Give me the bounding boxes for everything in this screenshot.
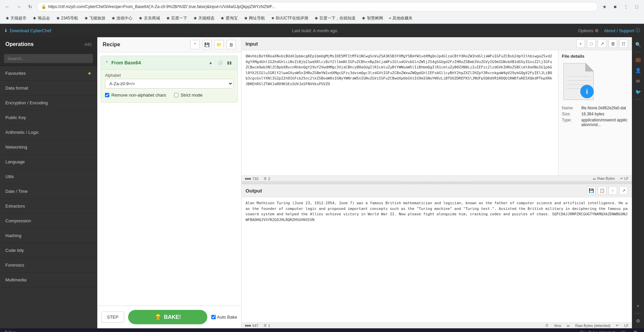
- input-add-btn[interactable]: +: [576, 39, 585, 48]
- utils-label: Utils: [5, 174, 14, 179]
- bookmark-buuctf[interactable]: ★ BUUCTF在线评测: [268, 14, 311, 22]
- sidebar-item-utils[interactable]: Utils: [0, 169, 97, 184]
- output-encoding-label: Raw Bytes (detected): [575, 324, 610, 328]
- bookmark-more[interactable]: » 其他收藏夹: [386, 14, 415, 22]
- recipe-save-btn[interactable]: 💾: [202, 40, 212, 49]
- status-settings-btn[interactable]: ⚙: [631, 328, 640, 332]
- chef-icon: 👷: [155, 314, 161, 320]
- reload-button[interactable]: ↻: [25, 2, 35, 11]
- output-chars-icon: ■■■: [245, 324, 251, 327]
- forward-button[interactable]: →: [14, 2, 23, 11]
- output-expand-btn[interactable]: ↗: [619, 186, 628, 195]
- bake-button[interactable]: 👷 BAKE!: [128, 310, 207, 324]
- right-sidebar-settings-btn[interactable]: ⚙: [633, 316, 643, 326]
- sidebar-item-compression[interactable]: Compression: [0, 214, 97, 228]
- input-delete-btn[interactable]: 🗑: [608, 39, 617, 48]
- main-layout: Operations 440 Favourites ★ Data format …: [0, 37, 644, 328]
- menu-button[interactable]: ⋮: [621, 2, 631, 11]
- recipe-collapse-btn[interactable]: ⌃: [190, 40, 200, 49]
- bookmark-vip[interactable]: ★ 唯品会: [30, 14, 52, 22]
- public-key-label: Public Key: [5, 115, 26, 120]
- right-sidebar-plus-btn[interactable]: +: [633, 301, 643, 311]
- recipe-header: Recipe ⌃ 💾 📁 🗑: [97, 37, 241, 52]
- right-sidebar-search-btn[interactable]: 🔍: [633, 40, 643, 49]
- output-save-btn[interactable]: 💾: [587, 186, 596, 195]
- sidebar-item-networking[interactable]: Networking: [0, 140, 97, 155]
- output-lf-label: LF: [624, 324, 629, 328]
- output-copy-btn[interactable]: 📋: [598, 186, 606, 195]
- remove-nonalpha-label[interactable]: Remove non-alphabet chars: [105, 93, 166, 98]
- strict-mode-checkbox[interactable]: [174, 93, 178, 97]
- bookmark-wzdh[interactable]: ★ 网址导航: [241, 14, 268, 22]
- recipe-open-btn[interactable]: 📁: [214, 40, 224, 49]
- io-container: Input + □ ↗ 🗑 ☷ QWxhbiBoYXRoaXNvbiBUdXJp…: [241, 37, 632, 328]
- input-panel: Input + □ ↗ 🗑 ☷ QWxhbiBoYXRoaXNvbiBUdXJp…: [241, 37, 632, 181]
- step-up-btn[interactable]: ▲: [207, 59, 215, 67]
- browser-actions: ★ ■ ⋮ □: [600, 2, 641, 11]
- chars-icon: ■■■: [245, 177, 251, 180]
- bookmark-tmjx[interactable]: ★ 天猫精选: [191, 14, 217, 22]
- step-collapse-icon: ⌃: [105, 60, 109, 65]
- sidebar-item-language[interactable]: Language: [0, 155, 97, 169]
- input-pop-btn[interactable]: ↗: [598, 39, 606, 48]
- sidebar-item-public-key[interactable]: Public Key: [0, 110, 97, 125]
- right-sidebar-person-btn[interactable]: 👤: [633, 66, 643, 75]
- auto-bake-label[interactable]: Auto Bake: [211, 315, 237, 320]
- sidebar-item-data-format[interactable]: Data format: [0, 81, 97, 96]
- input-expand-btn[interactable]: □: [587, 39, 596, 48]
- file-meta: Name: file.None.0x862e2fa0.dat Size: 16,…: [562, 106, 629, 127]
- sidebar-item-code-tidy[interactable]: Code tidy: [0, 243, 97, 258]
- input-grid-btn[interactable]: ☷: [619, 39, 628, 48]
- remove-nonalpha-text: Remove non-alphabet chars: [111, 93, 166, 98]
- sidebar-item-hashing[interactable]: Hashing: [0, 228, 97, 243]
- star-button[interactable]: ★: [600, 2, 609, 11]
- bookmark-game[interactable]: ★ 游戏中心: [109, 14, 135, 22]
- remove-nonalpha-checkbox[interactable]: [105, 93, 109, 97]
- arithmetic-logic-label: Arithmetic / Logic: [5, 130, 39, 135]
- output-replace-btn[interactable]: ↑: [608, 186, 617, 195]
- right-sidebar-twitter-btn[interactable]: 🐦: [633, 87, 643, 97]
- search-input[interactable]: [4, 54, 93, 63]
- svg-text:i: i: [586, 88, 588, 95]
- bookmark-2345[interactable]: ★ 2345导航: [53, 14, 81, 22]
- bookmark-baidu[interactable]: ★ 百度一下: [163, 14, 190, 22]
- sidebar-item-favourites[interactable]: Favourites ★: [0, 66, 97, 81]
- minimize-button[interactable]: □: [632, 2, 641, 11]
- extensions-button[interactable]: ■: [610, 2, 620, 11]
- step-button[interactable]: STEP: [101, 312, 124, 323]
- back-button[interactable]: ←: [3, 2, 12, 11]
- input-chars-value: 733: [252, 177, 258, 181]
- url-bar[interactable]: 🔒 https://ctf.mzy0.com/CyberChef3/#recip…: [37, 2, 598, 11]
- right-sidebar-briefcase-btn[interactable]: 💼: [633, 55, 643, 64]
- sidebar-item-date-time[interactable]: Date / Time: [0, 184, 97, 199]
- file-type-label: Type:: [562, 118, 579, 127]
- input-header: Input + □ ↗ 🗑 ☷: [241, 37, 632, 50]
- auto-bake-checkbox[interactable]: [211, 315, 216, 319]
- about-button[interactable]: About / Support ⓘ: [604, 27, 640, 34]
- recipe-delete-btn[interactable]: 🗑: [226, 40, 236, 49]
- sidebar-item-arithmetic-logic[interactable]: Arithmetic / Logic: [0, 125, 97, 140]
- bookmark-tianmao[interactable]: ★ 天猫超市: [3, 14, 29, 22]
- sidebar-item-forensics[interactable]: Forensics: [0, 258, 97, 273]
- recipe-panel: Recipe ⌃ 💾 📁 🗑 ⌃ From Base64 ▲ ⚪ ▮▮: [97, 37, 241, 328]
- output-lf-icon: ↵: [616, 323, 619, 328]
- sidebar-item-extractors[interactable]: Extractors: [0, 199, 97, 214]
- bookmark-zhishu[interactable]: ★ 智慧树网: [359, 14, 385, 22]
- sidebar-item-multimedia[interactable]: Multimedia: [0, 273, 97, 287]
- alphabet-select[interactable]: A-Za-z0-9+/=: [105, 79, 233, 89]
- bookmark-feizhu[interactable]: ★ 飞猪旅游: [82, 14, 108, 22]
- strict-mode-label[interactable]: Strict mode: [174, 93, 203, 98]
- step-pause-btn[interactable]: ▮▮: [225, 59, 233, 67]
- file-details-panel: File details: [558, 50, 632, 175]
- bookmark-jd[interactable]: ★ 京东商城: [136, 14, 162, 22]
- download-cyberchef-button[interactable]: ⬇ Download CyberChef: [4, 28, 51, 33]
- step-disable-btn[interactable]: ⚪: [216, 59, 224, 67]
- bookmark-baidu2[interactable]: ★ 百度一下，你就知道: [312, 14, 358, 22]
- options-button[interactable]: Options ⚙: [578, 28, 599, 33]
- status-encoding: Raw Bytes (detected): [580, 330, 615, 332]
- sidebar-item-encryption-encoding[interactable]: Encryption / Encoding: [0, 96, 97, 110]
- language-label: Language: [5, 159, 25, 164]
- input-content[interactable]: QWxhbiBoYXRoaXNvbiBUdXJpbmcgKEp1bmUgMjMs…: [241, 50, 558, 175]
- bookmark-taobao[interactable]: ★ 爱淘宝: [218, 14, 240, 22]
- right-sidebar-mail-btn[interactable]: ✉: [633, 76, 643, 86]
